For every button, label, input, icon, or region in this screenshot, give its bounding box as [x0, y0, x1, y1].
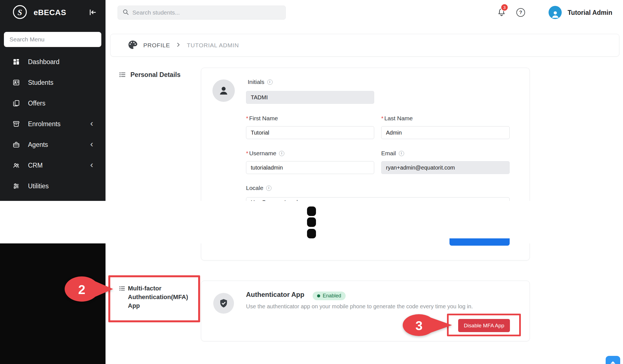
shield-check-icon — [213, 293, 234, 314]
breadcrumb: PROFILE TUTORIAL ADMIN — [110, 34, 619, 57]
collapse-sidebar-icon[interactable] — [88, 8, 97, 18]
mfa-description: Use the authenticator app on your mobile… — [246, 303, 473, 310]
svg-text:S: S — [18, 8, 22, 17]
topbar: 3 ? Tutorial Admin — [106, 0, 623, 25]
svg-text:3: 3 — [415, 318, 423, 333]
required-marker: * — [246, 115, 248, 122]
sidebar-item-offers[interactable]: Offers — [0, 93, 106, 114]
sidebar-item-students[interactable]: Students — [0, 72, 106, 93]
chat-launcher-icon[interactable] — [606, 356, 620, 364]
required-marker: * — [381, 115, 383, 122]
last-name-field[interactable] — [381, 126, 510, 139]
callout-step-2: 2 — [64, 276, 115, 302]
sidebar-nav: Dashboard Students Offers Enrolments — [0, 51, 106, 196]
chevron-left-icon: ‹ — [90, 119, 93, 128]
mfa-status-label: Enabled — [323, 293, 341, 299]
status-dot-icon — [317, 294, 320, 297]
list-icon — [119, 285, 125, 293]
last-name-label: * Last Name — [381, 115, 413, 122]
first-name-label: * First Name — [246, 115, 278, 122]
crm-icon — [12, 162, 20, 169]
search-icon — [122, 9, 129, 17]
sidebar: S eBECAS Dashboard Students — [0, 0, 106, 201]
initials-label: Initials i — [248, 79, 273, 85]
mfa-status-badge: Enabled — [313, 292, 346, 300]
truncation-dot-icon — [307, 206, 316, 216]
user-name[interactable]: Tutorial Admin — [568, 0, 612, 25]
chevron-left-icon: ‹ — [90, 160, 93, 169]
sidebar-item-label: Enrolments — [28, 120, 60, 128]
info-icon[interactable]: i — [267, 79, 273, 85]
sidebar-item-dashboard[interactable]: Dashboard — [0, 51, 106, 72]
offers-icon — [12, 100, 20, 107]
dashboard-icon — [12, 58, 20, 65]
app-title: eBECAS — [34, 0, 66, 25]
user-avatar[interactable] — [549, 6, 562, 19]
sidebar-truncated-region — [0, 243, 106, 364]
info-icon[interactable]: i — [399, 151, 404, 156]
section-nav-mfa[interactable]: Multi-factor Authentication(MFA) App — [128, 284, 198, 310]
list-icon — [119, 71, 126, 79]
info-icon[interactable]: i — [266, 185, 271, 191]
username-field[interactable] — [246, 161, 374, 174]
mfa-card-title: Authenticator App — [246, 291, 304, 299]
student-search — [118, 6, 286, 20]
breadcrumb-current-page: TUTORIAL ADMIN — [187, 42, 239, 49]
section-nav-personal-details[interactable]: Personal Details — [119, 71, 181, 79]
chevron-right-icon — [175, 42, 181, 49]
disable-button-highlight-box — [447, 314, 521, 336]
profile-avatar — [212, 79, 235, 102]
initials-field[interactable] — [246, 91, 374, 104]
help-icon[interactable]: ? — [516, 8, 525, 17]
sidebar-item-enrolments[interactable]: Enrolments ‹ — [0, 114, 106, 134]
sidebar-item-label: Utilities — [28, 182, 49, 190]
chevron-left-icon: ‹ — [90, 139, 93, 148]
sidebar-search-input[interactable] — [4, 32, 101, 47]
username-label: * Username i — [246, 150, 284, 157]
student-search-input[interactable] — [132, 9, 281, 16]
truncation-dot-icon — [307, 229, 316, 238]
required-marker: * — [246, 150, 248, 157]
section-nav-label: Personal Details — [130, 71, 181, 79]
sidebar-item-label: Dashboard — [28, 58, 60, 66]
email-field[interactable] — [381, 161, 510, 174]
utilities-icon — [12, 182, 20, 190]
info-icon[interactable]: i — [279, 151, 284, 156]
first-name-field[interactable] — [246, 126, 374, 139]
update-details-button-partial[interactable] — [449, 238, 510, 246]
svg-text:2: 2 — [78, 282, 85, 297]
locale-label: Locale i — [246, 185, 271, 191]
mfa-highlight-box: Multi-factor Authentication(MFA) App — [108, 275, 200, 322]
app-screen: S eBECAS Dashboard Students — [0, 0, 623, 364]
sidebar-item-agents[interactable]: Agents ‹ — [0, 134, 106, 155]
sidebar-item-label: Offers — [28, 100, 45, 107]
agents-icon — [12, 141, 20, 148]
email-label: Email i — [381, 150, 404, 157]
sidebar-item-label: Students — [28, 79, 53, 86]
sidebar-item-crm[interactable]: CRM ‹ — [0, 155, 106, 176]
enrolments-icon — [12, 120, 20, 128]
callout-step-3: 3 — [402, 314, 454, 337]
students-icon — [12, 79, 20, 86]
palette-icon — [128, 40, 138, 51]
sidebar-item-utilities[interactable]: Utilities — [0, 176, 106, 196]
truncation-dot-icon — [307, 217, 316, 227]
sidebar-item-label: CRM — [28, 162, 43, 169]
ebecas-logo-icon: S — [12, 4, 27, 21]
notification-count-badge: 3 — [501, 4, 508, 11]
sidebar-header: S eBECAS — [0, 0, 106, 25]
breadcrumb-profile-link[interactable]: PROFILE — [143, 42, 170, 49]
sidebar-item-label: Agents — [28, 141, 48, 149]
